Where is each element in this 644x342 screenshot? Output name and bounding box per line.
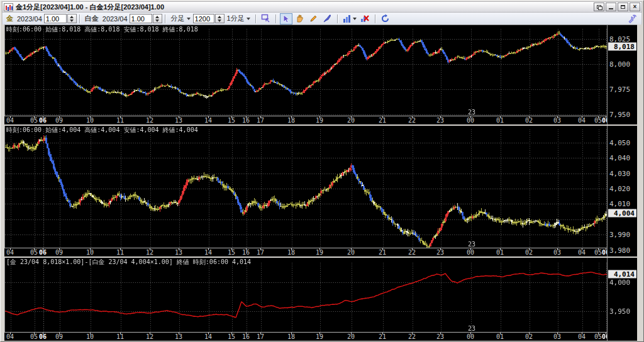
- x-axis: 0405060910111213141516171819202122230001…: [4, 332, 608, 341]
- y-axis-label: 3,990: [609, 231, 630, 239]
- x-axis-label: 13: [175, 249, 182, 256]
- x-axis-label: 17: [257, 117, 264, 124]
- hand-pan-button[interactable]: [294, 13, 306, 25]
- minimize-button[interactable]: [606, 3, 616, 11]
- chevron-down-icon: [187, 18, 191, 20]
- x-axis-label: 18: [287, 333, 295, 340]
- x-axis-label: 23: [436, 249, 444, 256]
- bar-count-input[interactable]: [193, 14, 214, 23]
- settings-button[interactable]: [626, 13, 639, 25]
- date-change-label: 23: [468, 109, 475, 116]
- bar-type-dropdown[interactable]: 分足: [169, 13, 193, 24]
- x-axis-label: 06: [39, 333, 47, 340]
- platinum-chart-panel: 時刻:06:00 始値:4,004 高値:4,004 安値:4,004 終値:4…: [4, 126, 637, 256]
- x-axis-label: 05: [594, 117, 602, 124]
- toolbar-separator: [337, 14, 338, 23]
- close-button[interactable]: ×: [630, 3, 640, 11]
- x-axis-label: 12: [146, 249, 153, 256]
- refresh-button[interactable]: [379, 13, 392, 25]
- x-axis-label: 23: [436, 117, 444, 124]
- chevron-down-icon: [247, 18, 250, 20]
- chart-style-button[interactable]: [341, 13, 358, 25]
- x-axis-label: 21: [379, 333, 386, 340]
- x-axis-label: 17: [257, 249, 264, 256]
- pencil-draw-button[interactable]: [308, 13, 320, 25]
- x-axis-label: 17: [257, 333, 264, 340]
- x-axis-label: 04: [6, 117, 14, 124]
- spread-chart-panel: [金 23/04 8,018×1.00]-[白金 23/04 4,004×1.0…: [4, 258, 637, 341]
- x-axis-label: 21: [379, 249, 386, 256]
- x-axis-label: 04: [578, 249, 586, 256]
- x-axis-label: 22: [408, 249, 416, 256]
- toolbar-separator: [375, 14, 376, 23]
- x-axis-label: 13: [175, 117, 182, 124]
- x-axis-label: 20: [347, 117, 355, 124]
- platinum-multiplier-input[interactable]: [130, 14, 152, 23]
- y-axis-label: 3,950: [609, 307, 630, 315]
- app-icon: [4, 3, 13, 11]
- toolbar: 金 2023/04 白金 2023/04 分足 1分足: [2, 13, 642, 25]
- charts-area: 時刻:06:00 始値:8,018 高値:8,018 安値:8,018 終値:8…: [4, 25, 637, 339]
- window-title: 金1分足[2023/04]1.00 - 白金1分足[2023/04]1.00: [16, 3, 591, 12]
- x-axis-label: 22: [408, 333, 416, 340]
- x-axis-label: 04: [578, 117, 586, 124]
- x-axis-label: 16: [242, 333, 250, 340]
- x-axis-label: 14: [204, 117, 212, 124]
- gold-chart-plot[interactable]: [4, 25, 608, 116]
- toolbar-separator: [255, 14, 257, 23]
- y-axis-label: 7,975: [609, 86, 630, 94]
- interval-dropdown[interactable]: 1分足: [225, 13, 253, 24]
- x-axis-label: 21: [379, 117, 386, 124]
- platinum-chart-plot[interactable]: [4, 126, 608, 248]
- y-axis-label: 4,050: [609, 138, 630, 146]
- chart-window: 金1分足[2023/04]1.00 - 白金1分足[2023/04]1.00 ×…: [0, 0, 644, 342]
- bar-count-spinner[interactable]: [215, 14, 225, 23]
- platinum-multiplier-spinner[interactable]: [153, 14, 162, 23]
- x-axis-label: 16: [242, 117, 250, 124]
- date-change-label: 23: [468, 325, 475, 332]
- gold-multiplier-input[interactable]: [44, 14, 67, 23]
- x-axis: 0405060910111213141516171819202122230001…: [4, 248, 608, 256]
- x-axis: 0405060910111213141516171819202122230001…: [4, 116, 608, 124]
- x-axis-label: 05: [30, 249, 38, 256]
- platinum-label: 白金: [85, 14, 99, 23]
- y-axis-label: 3,980: [609, 246, 630, 254]
- x-axis-label: 05: [30, 333, 38, 340]
- pen-icon: [323, 14, 332, 23]
- gold-month-label: 2023/04: [17, 15, 42, 23]
- cursor-select-button[interactable]: [280, 13, 292, 25]
- pen-annotate-button[interactable]: [321, 13, 334, 25]
- x-axis-label: 10: [86, 249, 94, 256]
- chart-header: [金 23/04 8,018×1.00]-[白金 23/04 4,004×1.0…: [6, 258, 251, 265]
- x-axis-label: 00: [467, 333, 474, 340]
- x-axis-label: 15: [228, 333, 235, 340]
- x-axis-label: 15: [228, 249, 235, 256]
- chart-canvas[interactable]: [5, 25, 608, 116]
- chart-region-button[interactable]: [260, 13, 272, 25]
- chart-canvas[interactable]: [5, 126, 608, 248]
- delete-drawing-button[interactable]: [359, 13, 372, 25]
- hand-icon: [295, 14, 304, 23]
- chart-region-icon: [261, 14, 270, 23]
- x-axis-label: 18: [287, 117, 295, 124]
- x-axis-label: 14: [204, 333, 212, 340]
- gold-multiplier-spinner[interactable]: [67, 14, 77, 23]
- maximize-button[interactable]: [618, 3, 628, 11]
- x-axis-label: 10: [86, 117, 94, 124]
- x-axis-label: 14: [204, 249, 212, 256]
- x-axis-label: 11: [116, 249, 124, 256]
- wrench-icon: [628, 14, 637, 23]
- x-axis-label: 12: [146, 333, 153, 340]
- y-axis-label: 7,950: [609, 111, 630, 119]
- x-axis-label: 22: [408, 117, 416, 124]
- spread-chart-plot[interactable]: [4, 258, 608, 332]
- x-axis-label: 03: [553, 249, 561, 256]
- title-bar[interactable]: 金1分足[2023/04]1.00 - 白金1分足[2023/04]1.00 ×: [2, 1, 642, 13]
- x-axis-label: 01: [496, 117, 504, 124]
- chart-canvas[interactable]: [5, 258, 608, 332]
- y-axis: 4,0504,0404,0304,0204,0103,9903,9804,004: [607, 126, 637, 256]
- bar-chart-icon: [343, 14, 352, 23]
- y-axis-label: 4,010: [609, 200, 630, 208]
- x-axis-label: 05: [30, 117, 38, 124]
- copy-window-button[interactable]: [594, 3, 604, 11]
